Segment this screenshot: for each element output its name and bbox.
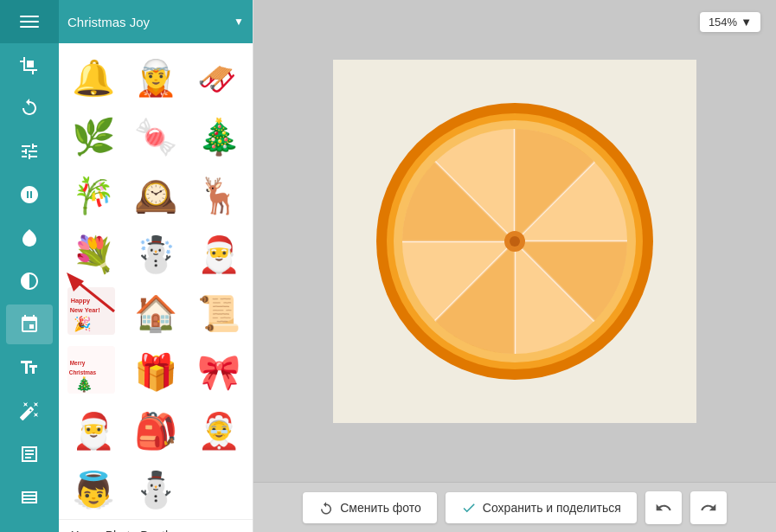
sticker-letter[interactable]: 📜	[188, 282, 245, 339]
sticker-santa2[interactable]: 🎅	[188, 223, 245, 280]
sticker-house[interactable]: 🏠	[125, 282, 183, 339]
sticker-gift-purple[interactable]: 🎀	[188, 341, 245, 398]
stickers-panel: Christmas Joy ▼ 🔔 🧝 🛷	[59, 0, 253, 532]
panel-dropdown-arrow[interactable]: ▼	[234, 16, 244, 28]
change-photo-button[interactable]: Сменить фото	[303, 492, 437, 523]
tool-toning[interactable]	[6, 218, 53, 258]
menu-button[interactable]	[0, 0, 59, 43]
tool-frames[interactable]	[6, 434, 53, 474]
svg-text:💐: 💐	[71, 234, 114, 275]
sticker-candy[interactable]: 🍬	[125, 106, 183, 163]
panel-scroll[interactable]: 🔔 🧝 🛷 🌿 🍬	[59, 43, 253, 532]
bottom-bar: Сменить фото Сохранить и поделиться	[253, 482, 776, 532]
svg-text:🤶: 🤶	[196, 410, 240, 452]
sticker-snowman[interactable]: ☃️	[125, 223, 183, 280]
sticker-santa-sled[interactable]: 🛷	[188, 47, 245, 104]
menu-item-xmas-booth[interactable]: Xmas Photo Booth ›	[59, 519, 253, 532]
panel-header: Christmas Joy ▼	[59, 0, 253, 43]
hamburger-icon	[20, 16, 39, 28]
sticker-tree2[interactable]: 🎋	[62, 164, 119, 221]
svg-text:Merry: Merry	[69, 360, 85, 367]
tool-stickers[interactable]	[6, 304, 53, 344]
sticker-new-year[interactable]: Happy New Year! 🎉	[62, 282, 119, 339]
sticker-holly[interactable]: 🌿	[62, 106, 119, 163]
svg-text:🎋: 🎋	[71, 175, 114, 216]
svg-text:📜: 📜	[196, 292, 240, 334]
sticker-bells[interactable]: 🔔	[62, 47, 119, 104]
zoom-bar[interactable]: 154% ▼	[700, 12, 760, 32]
svg-text:Christmas: Christmas	[68, 369, 96, 375]
sticker-merry[interactable]: Merry Christmas 🎄	[62, 341, 119, 398]
tool-contrast[interactable]	[6, 261, 53, 301]
sticker-angel[interactable]: 👼	[62, 458, 119, 516]
sticker-grid: 🔔 🧝 🛷 🌿 🍬	[59, 43, 253, 519]
tool-textures[interactable]	[6, 478, 53, 517]
svg-text:🎄: 🎄	[75, 375, 93, 393]
svg-text:New Year!: New Year!	[69, 306, 99, 314]
svg-text:🔔: 🔔	[71, 57, 114, 99]
svg-text:☃️: ☃️	[134, 234, 177, 275]
svg-text:⛄: ⛄	[134, 469, 177, 510]
svg-text:🌿: 🌿	[71, 116, 114, 157]
tool-rotate[interactable]	[6, 88, 53, 128]
svg-text:🎁: 🎁	[134, 351, 177, 393]
panel-title: Christmas Joy	[67, 15, 228, 29]
svg-text:🎒: 🎒	[134, 410, 177, 452]
sticker-snowman2[interactable]: ⛄	[125, 458, 183, 516]
svg-text:🦌: 🦌	[196, 175, 240, 216]
sticker-santa3[interactable]: 🤶	[188, 400, 245, 457]
orange-illustration	[372, 99, 657, 384]
svg-text:🕰️: 🕰️	[134, 175, 177, 216]
tool-adjust[interactable]	[6, 131, 53, 171]
zoom-dropdown-arrow: ▼	[741, 16, 752, 29]
save-share-button[interactable]: Сохранить и поделиться	[446, 492, 637, 523]
canvas-bg	[333, 60, 696, 423]
svg-point-44	[510, 236, 520, 247]
canvas-wrapper	[253, 0, 776, 482]
sticker-tree[interactable]: 🎄	[188, 106, 245, 163]
svg-text:🎀: 🎀	[196, 351, 240, 393]
sticker-santa-bag[interactable]: 🎒	[125, 400, 183, 457]
tool-draw[interactable]	[6, 175, 53, 215]
tool-text[interactable]	[6, 348, 53, 388]
tool-magic[interactable]	[6, 391, 53, 431]
sticker-clock[interactable]: 🕰️	[125, 164, 183, 221]
redo-button[interactable]	[690, 491, 727, 524]
svg-text:👼: 👼	[71, 469, 114, 510]
sticker-reindeer[interactable]: 🦌	[188, 164, 245, 221]
svg-text:🏠: 🏠	[134, 292, 177, 334]
svg-text:🎅: 🎅	[196, 234, 240, 275]
left-toolbar	[0, 0, 59, 532]
sticker-empty	[188, 458, 245, 516]
sticker-gift-red[interactable]: 🎁	[125, 341, 183, 398]
sticker-elf[interactable]: 🧝	[125, 47, 183, 104]
tool-crop[interactable]	[6, 45, 53, 85]
zoom-level: 154%	[709, 16, 737, 29]
svg-text:🎉: 🎉	[74, 314, 92, 332]
sticker-wreath[interactable]: 💐	[62, 223, 119, 280]
svg-text:Happy: Happy	[70, 297, 90, 304]
svg-text:🍬: 🍬	[134, 116, 177, 157]
svg-text:🎄: 🎄	[196, 116, 240, 157]
sticker-santa-hat[interactable]: 🎅	[62, 400, 119, 457]
undo-button[interactable]	[645, 491, 682, 524]
svg-text:🧝: 🧝	[134, 57, 177, 99]
main-area: 154% ▼	[253, 0, 776, 532]
svg-text:🎅: 🎅	[71, 410, 114, 452]
svg-text:🛷: 🛷	[196, 61, 236, 99]
